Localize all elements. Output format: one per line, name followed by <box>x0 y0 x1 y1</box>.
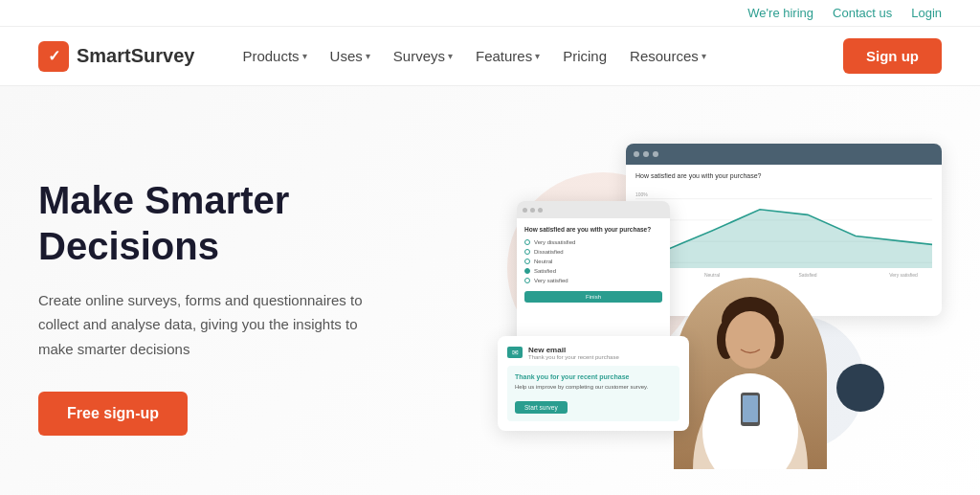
uses-chevron-icon: ▾ <box>366 51 370 61</box>
logo[interactable]: ✓ SmartSurvey <box>38 41 194 72</box>
surveys-chevron-icon: ▾ <box>448 51 453 61</box>
nav-resources-label: Resources <box>630 48 699 64</box>
start-survey-button[interactable]: Start survey <box>515 401 568 414</box>
email-subject-text: New email Thank you for your recent purc… <box>528 346 619 360</box>
hero-section: Make Smarter Decisions Create online sur… <box>0 86 980 495</box>
email-icon: ✉ <box>507 347 523 358</box>
form-body: How satisfied are you with your purchase… <box>517 218 670 310</box>
form-dot-1 <box>523 208 527 213</box>
chart-area: 100% 75% 50% 25% Neutral Satisfied Very … <box>635 183 932 279</box>
radio-neutral <box>524 259 530 264</box>
email-header: ✉ New email Thank you for your recent pu… <box>507 346 679 360</box>
window-dot-3 <box>653 151 658 157</box>
login-link[interactable]: Login <box>911 6 942 20</box>
nav-item-products[interactable]: Products ▾ <box>233 42 316 70</box>
svg-marker-4 <box>635 210 932 268</box>
nav-item-uses[interactable]: Uses ▾ <box>321 42 380 70</box>
email-subject: New email <box>528 346 619 354</box>
option-label-satisfied: Satisfied <box>534 268 556 274</box>
invite-text: Help us improve by completing our custom… <box>515 383 672 391</box>
option-label-very-satisfied: Very satisfied <box>534 278 568 283</box>
option-label-very-dissatisfied: Very dissatisfied <box>534 239 575 245</box>
navbar: ✓ SmartSurvey Products ▾ Uses ▾ Surveys … <box>0 27 980 86</box>
radio-dissatisfied <box>524 249 530 255</box>
chart-svg: 100% 75% 50% 25% Neutral Satisfied Very … <box>635 183 932 279</box>
email-preview: Thank you for your recent purchase <box>528 354 619 360</box>
logo-icon: ✓ <box>38 41 69 72</box>
svg-point-17 <box>725 311 775 369</box>
window-dot-2 <box>643 151 649 157</box>
top-utility-bar: We're hiring Contact us Login <box>0 0 980 27</box>
radio-very-satisfied <box>524 278 530 283</box>
person-svg <box>674 278 827 469</box>
resources-chevron-icon: ▾ <box>702 51 706 61</box>
form-dot-2 <box>530 208 535 213</box>
nav-products-label: Products <box>242 48 299 64</box>
option-label-neutral: Neutral <box>534 259 552 264</box>
form-question: How satisfied are you with your purchase… <box>524 226 662 234</box>
signup-button[interactable]: Sign up <box>843 38 942 74</box>
email-mockup: ✉ New email Thank you for your recent pu… <box>498 336 689 431</box>
nav-uses-label: Uses <box>330 48 363 64</box>
chart-question: How satisfied are you with your purchase… <box>635 172 932 179</box>
option-satisfied: Satisfied <box>524 268 662 274</box>
nav-surveys-label: Surveys <box>393 48 445 64</box>
form-dot-3 <box>538 208 543 213</box>
survey-invite-card: Thank you for your recent purchase Help … <box>507 366 679 421</box>
option-label-dissatisfied: Dissatisfied <box>534 249 564 255</box>
svg-text:100%: 100% <box>635 191 648 197</box>
hero-subtitle: Create online surveys, forms and questio… <box>38 288 383 362</box>
nav-features-label: Features <box>476 48 532 64</box>
svg-rect-20 <box>743 395 758 422</box>
option-neutral: Neutral <box>524 259 662 264</box>
nav-item-surveys[interactable]: Surveys ▾ <box>384 42 462 70</box>
person-image <box>674 278 827 469</box>
nav-pricing-label: Pricing <box>563 48 607 64</box>
hero-content: Make Smarter Decisions Create online sur… <box>38 177 440 437</box>
svg-text:Neutral: Neutral <box>704 272 720 278</box>
hero-title: Make Smarter Decisions <box>38 177 440 269</box>
nav-item-pricing[interactable]: Pricing <box>553 42 616 70</box>
invite-title: Thank you for your recent purchase <box>515 373 672 380</box>
form-window-header <box>517 201 670 218</box>
features-chevron-icon: ▾ <box>535 51 540 61</box>
chart-window-header <box>626 144 942 165</box>
window-dot-1 <box>634 151 639 157</box>
contact-link[interactable]: Contact us <box>833 6 892 20</box>
cta-button[interactable]: Free sign-up <box>38 392 188 436</box>
logo-checkmark: ✓ <box>48 47 60 65</box>
option-dissatisfied: Dissatisfied <box>524 249 662 255</box>
radio-satisfied <box>524 268 530 274</box>
nav-item-features[interactable]: Features ▾ <box>466 42 549 70</box>
hiring-link[interactable]: We're hiring <box>747 6 813 20</box>
chart-body: How satisfied are you with your purchase… <box>626 165 942 286</box>
decorative-dark-circle <box>836 364 884 412</box>
svg-text:Satisfied: Satisfied <box>798 272 816 278</box>
nav-item-resources[interactable]: Resources ▾ <box>620 42 716 70</box>
svg-text:Very satisfied: Very satisfied <box>889 272 918 278</box>
option-very-satisfied: Very satisfied <box>524 278 662 283</box>
logo-text: SmartSurvey <box>77 45 194 67</box>
hero-visuals: How satisfied are you with your purchase… <box>479 144 942 469</box>
products-chevron-icon: ▾ <box>302 51 307 61</box>
radio-very-dissatisfied <box>524 239 530 245</box>
nav-links: Products ▾ Uses ▾ Surveys ▾ Features ▾ P <box>233 42 843 70</box>
option-very-dissatisfied: Very dissatisfied <box>524 239 662 245</box>
finish-button[interactable]: Finish <box>524 291 662 303</box>
